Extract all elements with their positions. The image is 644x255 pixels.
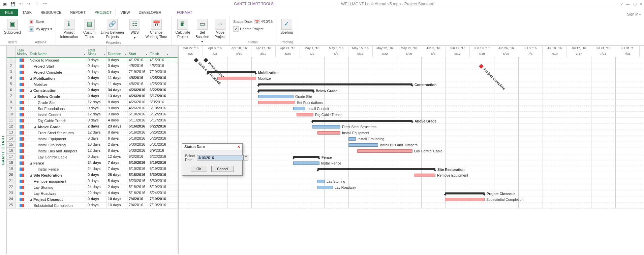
start-cell[interactable]: 5/18/2016 (127, 190, 148, 196)
slack-cell[interactable]: 0 days (86, 203, 106, 208)
slack-cell[interactable]: 0 days (86, 87, 106, 93)
task-name-cell[interactable]: Lay Control Cable (28, 154, 86, 160)
start-cell[interactable]: 4/26/2016 (127, 87, 148, 93)
start-cell[interactable]: 5/16/2016 (127, 130, 148, 136)
table-row[interactable]: 13Erect Steel Structures12 days8 days5/1… (7, 130, 178, 136)
finish-cell[interactable]: 5/26/2016 (148, 130, 169, 136)
row-id[interactable]: 22 (7, 184, 16, 190)
row-id[interactable]: 14 (7, 136, 16, 142)
duration-cell[interactable]: 0 days (106, 58, 127, 63)
row-id[interactable]: 13 (7, 130, 16, 136)
task-name-cell[interactable]: Project Complete (28, 69, 86, 75)
row-id[interactable]: 16 (7, 148, 16, 154)
task-mode-cell[interactable] (16, 106, 28, 111)
subproject-button[interactable]: ▣ Subproject (2, 18, 23, 35)
table-row[interactable]: 17Lay Control Cable0 days12 days6/2/2016… (7, 154, 178, 160)
myapps-button[interactable]: ▣My Apps ▾ (27, 26, 54, 32)
task-name-cell[interactable]: Remove Equipment (28, 178, 86, 184)
task-name-cell[interactable]: ◢Above Grade (28, 124, 86, 130)
finish-cell[interactable]: 6/30/2016 (148, 172, 169, 178)
slack-cell[interactable]: 0 days (86, 196, 106, 202)
start-cell[interactable]: 4/1/2016 (127, 58, 148, 63)
dropdown-icon[interactable]: ▾ (243, 155, 248, 160)
gantt-bar[interactable]: Fence (293, 156, 319, 158)
finish-cell[interactable]: 7/19/2016 (148, 196, 169, 202)
task-name-cell[interactable]: Set Foundations (28, 106, 86, 111)
finish-cell[interactable]: 5/24/2016 (148, 190, 169, 196)
gantt-row[interactable]: Grade Site (179, 94, 644, 100)
finish-cell[interactable]: 5/9/2016 (148, 100, 169, 105)
gantt-chart[interactable]: Mar 27, '16Apr 3, '16Apr 10, '16Apr 17, … (179, 46, 644, 254)
undo-icon[interactable]: ↶ (18, 1, 24, 7)
gantt-row[interactable]: Mobilization (179, 69, 644, 75)
finish-cell[interactable]: 6/22/2016 (148, 124, 169, 130)
tab-report[interactable]: REPORT (66, 9, 90, 16)
row-id[interactable]: 18 (7, 160, 16, 166)
collapse-icon[interactable]: ◢ (30, 161, 32, 165)
custom-fields-button[interactable]: ▤Custom Fields (81, 18, 97, 39)
table-row[interactable]: 25Substaintial Completion0 days10 days7/… (7, 203, 178, 209)
collapse-icon[interactable]: ◢ (30, 198, 32, 201)
slack-cell[interactable]: 12 days (86, 148, 106, 154)
task-name-cell[interactable]: Install Equipment (28, 136, 86, 142)
table-row[interactable]: 23Lay Roadway22 days4 days5/18/20165/24/… (7, 190, 178, 196)
gantt-bar[interactable]: Site Restoration (317, 168, 435, 170)
task-mode-cell[interactable] (16, 75, 28, 81)
save-icon[interactable]: 💾 (10, 1, 16, 7)
gantt-row[interactable]: Remove Equipment (179, 172, 644, 178)
start-cell[interactable]: 5/10/2016 (127, 160, 148, 166)
chevron-down-icon[interactable]: ▾ (26, 53, 27, 56)
start-cell[interactable]: 4/26/2016 (127, 100, 148, 105)
row-id[interactable]: 20 (7, 172, 16, 178)
slack-cell[interactable]: 24 days (86, 184, 106, 190)
start-cell[interactable]: 6/2/2016 (127, 154, 148, 160)
task-name-cell[interactable]: Substaintial Completion (28, 203, 86, 208)
gantt-row[interactable]: Install Grounding (179, 136, 644, 142)
task-mode-cell[interactable] (16, 58, 28, 63)
table-row[interactable]: 24◢Project Closeout0 days10 days7/4/2016… (7, 196, 178, 203)
chevron-down-icon[interactable]: ▾ (167, 53, 168, 56)
task-name-cell[interactable]: Notice to Proceed (28, 58, 86, 63)
start-cell[interactable]: 5/10/2016 (127, 166, 148, 172)
gantt-row[interactable]: Site Restoration (179, 166, 644, 172)
tab-task[interactable]: TASK (18, 9, 36, 16)
task-mode-cell[interactable] (16, 112, 28, 117)
row-id[interactable]: 23 (7, 190, 16, 196)
task-mode-cell[interactable] (16, 178, 28, 184)
start-cell[interactable]: 4/26/2016 (127, 106, 148, 111)
table-row[interactable]: 16Install Bus and Jumpers12 days8 days5/… (7, 148, 178, 154)
gantt-bar[interactable]: Construction (258, 83, 412, 85)
duration-cell[interactable]: 0 days (106, 69, 127, 75)
task-name-cell[interactable]: ◢Fence (28, 160, 86, 166)
row-id[interactable]: 12 (7, 124, 16, 130)
tab-project[interactable]: PROJECT (90, 9, 116, 16)
tab-file[interactable]: FILE (0, 9, 18, 16)
finish-cell[interactable]: 5/17/2016 (148, 94, 169, 99)
duration-cell[interactable]: 5 days (106, 178, 127, 184)
table-row[interactable]: 8Grade Site12 days8 days4/26/20165/9/201… (7, 100, 178, 106)
slack-cell[interactable]: 24 days (86, 160, 106, 166)
row-id[interactable]: 8 (7, 100, 16, 105)
start-cell[interactable]: 4/26/2016 (127, 94, 148, 99)
gantt-row[interactable]: Project Start (179, 57, 644, 63)
duration-cell[interactable]: 12 days (106, 154, 127, 160)
finish-cell[interactable]: 7/19/2016 (148, 69, 169, 75)
baseline-button[interactable]: ▭Set Baseline ▾ (193, 18, 211, 44)
slack-cell[interactable]: 0 days (86, 154, 106, 160)
task-name-cell[interactable]: ◢Site Restoration (28, 172, 86, 178)
slack-cell[interactable]: 0 days (86, 58, 106, 63)
links-button[interactable]: 🔗Links Between Projects (99, 18, 126, 39)
finish-cell[interactable]: 5/31/2016 (148, 142, 169, 148)
table-row[interactable]: 22Lay Stoning24 days2 days5/18/20165/19/… (7, 184, 178, 190)
close-icon[interactable]: ✕ (237, 145, 240, 149)
row-id[interactable]: 25 (7, 203, 16, 208)
task-mode-cell[interactable] (16, 148, 28, 154)
update-project-button[interactable]: ✓Update Project (232, 26, 274, 32)
gantt-milestone[interactable]: Project Complete (479, 64, 484, 69)
task-mode-cell[interactable] (16, 124, 28, 130)
gantt-row[interactable]: Lay Stoning (179, 178, 644, 184)
table-row[interactable]: 14Install Equipment0 days6 days5/18/2016… (7, 136, 178, 142)
task-mode-cell[interactable] (16, 100, 28, 105)
row-id[interactable]: 7 (7, 94, 16, 99)
gantt-bar[interactable]: Install Grounding (348, 137, 356, 141)
